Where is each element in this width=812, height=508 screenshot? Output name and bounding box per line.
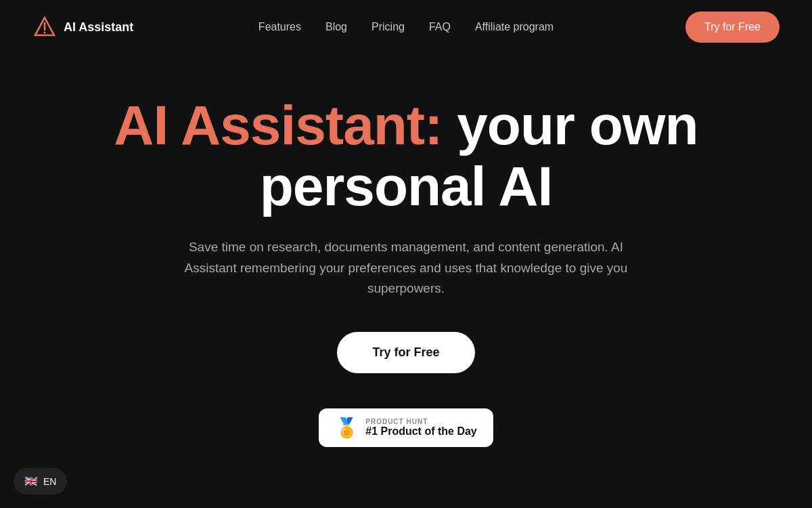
hero-title: AI Assistant: your own personal AI [32,95,780,217]
nav-affiliate[interactable]: Affiliate program [475,21,554,33]
ph-text-group: PRODUCT HUNT #1 Product of the Day [365,418,476,438]
language-switcher[interactable]: 🇬🇧 EN [14,468,67,494]
hero-cta-button[interactable]: Try for Free [337,332,474,373]
nav-features[interactable]: Features [258,21,301,33]
nav-pricing[interactable]: Pricing [371,21,405,33]
nav-links: Features Blog Pricing FAQ Affiliate prog… [258,21,554,33]
ph-medal-icon: 🏅 [335,417,359,439]
svg-point-2 [44,32,46,34]
ph-label: PRODUCT HUNT [365,418,476,425]
hero-section: AI Assistant: your own personal AI Save … [0,54,812,447]
navbar: AI Assistant Features Blog Pricing FAQ A… [0,0,812,54]
logo-icon [32,15,57,39]
ph-title: #1 Product of the Day [365,425,476,438]
logo[interactable]: AI Assistant [32,15,133,39]
lang-text: EN [43,476,56,487]
nav-cta-button[interactable]: Try for Free [685,12,780,43]
hero-subtitle: Save time on research, documents managem… [176,237,636,299]
nav-blog[interactable]: Blog [325,21,347,33]
hero-title-accent: AI Assistant: [114,94,442,156]
nav-faq[interactable]: FAQ [429,21,451,33]
lang-flag-icon: 🇬🇧 [24,475,38,488]
logo-text: AI Assistant [64,20,133,35]
product-hunt-badge[interactable]: 🏅 PRODUCT HUNT #1 Product of the Day [319,408,493,447]
